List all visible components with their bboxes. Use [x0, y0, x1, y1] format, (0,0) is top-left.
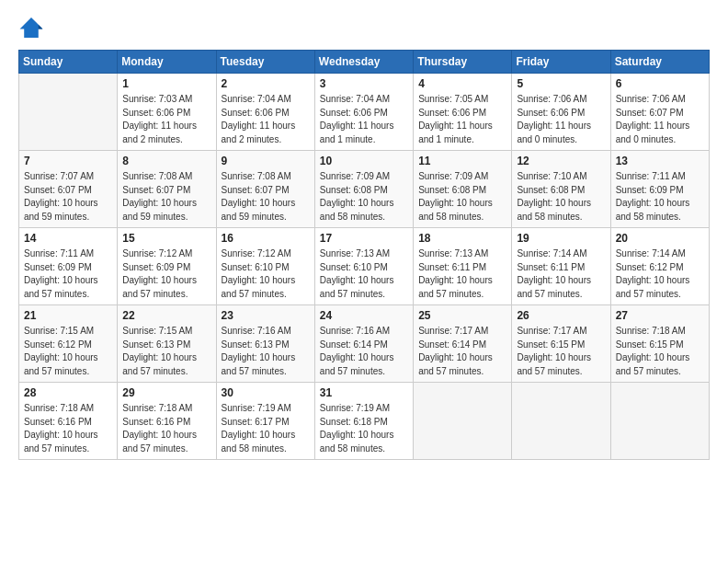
day-info: Sunrise: 7:05 AMSunset: 6:06 PMDaylight:…	[418, 93, 506, 146]
page: Sunday Monday Tuesday Wednesday Thursday…	[0, 0, 728, 563]
day-number: 23	[222, 309, 310, 322]
day-info: Sunrise: 7:11 AMSunset: 6:09 PMDaylight:…	[616, 170, 704, 224]
calendar-cell	[414, 383, 512, 460]
day-info: Sunrise: 7:09 AMSunset: 6:08 PMDaylight:…	[418, 170, 506, 224]
day-info: Sunrise: 7:12 AMSunset: 6:10 PMDaylight:…	[222, 247, 310, 301]
logo-icon	[18, 15, 44, 40]
day-info: Sunrise: 7:08 AMSunset: 6:07 PMDaylight:…	[122, 170, 210, 224]
calendar-cell: 22Sunrise: 7:15 AMSunset: 6:13 PMDayligh…	[118, 305, 216, 383]
calendar-cell: 7Sunrise: 7:07 AMSunset: 6:07 PMDaylight…	[19, 151, 118, 228]
calendar-week-4: 21Sunrise: 7:15 AMSunset: 6:12 PMDayligh…	[19, 305, 710, 383]
calendar-cell: 19Sunrise: 7:14 AMSunset: 6:11 PMDayligh…	[512, 228, 610, 305]
day-info: Sunrise: 7:16 AMSunset: 6:13 PMDaylight:…	[222, 325, 310, 378]
day-info: Sunrise: 7:09 AMSunset: 6:08 PMDaylight:…	[320, 170, 408, 224]
calendar-cell: 13Sunrise: 7:11 AMSunset: 6:09 PMDayligh…	[610, 151, 709, 228]
calendar-cell: 4Sunrise: 7:05 AMSunset: 6:06 PMDaylight…	[414, 74, 512, 151]
day-number: 2	[222, 77, 310, 90]
day-number: 29	[122, 386, 210, 399]
col-thursday: Thursday	[414, 51, 512, 74]
calendar-week-1: 1Sunrise: 7:03 AMSunset: 6:06 PMDaylight…	[19, 74, 710, 151]
day-number: 7	[24, 155, 112, 167]
calendar-cell: 2Sunrise: 7:04 AMSunset: 6:06 PMDaylight…	[216, 74, 314, 151]
day-number: 12	[517, 155, 605, 167]
day-info: Sunrise: 7:10 AMSunset: 6:08 PMDaylight:…	[517, 170, 605, 224]
day-number: 25	[418, 309, 506, 322]
day-info: Sunrise: 7:18 AMSunset: 6:16 PMDaylight:…	[24, 402, 112, 455]
day-info: Sunrise: 7:07 AMSunset: 6:07 PMDaylight:…	[24, 170, 112, 224]
col-saturday: Saturday	[610, 51, 709, 74]
header	[18, 15, 710, 40]
calendar-cell: 30Sunrise: 7:19 AMSunset: 6:17 PMDayligh…	[216, 383, 314, 460]
day-info: Sunrise: 7:17 AMSunset: 6:14 PMDaylight:…	[418, 325, 506, 378]
day-info: Sunrise: 7:06 AMSunset: 6:06 PMDaylight:…	[517, 93, 605, 146]
col-wednesday: Wednesday	[314, 51, 413, 74]
day-number: 21	[24, 309, 112, 322]
day-info: Sunrise: 7:04 AMSunset: 6:06 PMDaylight:…	[222, 93, 310, 146]
calendar-cell: 11Sunrise: 7:09 AMSunset: 6:08 PMDayligh…	[414, 151, 512, 228]
calendar-cell: 6Sunrise: 7:06 AMSunset: 6:07 PMDaylight…	[610, 74, 709, 151]
calendar-cell: 24Sunrise: 7:16 AMSunset: 6:14 PMDayligh…	[314, 305, 413, 383]
calendar-cell	[610, 383, 709, 460]
day-number: 11	[418, 155, 506, 167]
calendar-cell: 14Sunrise: 7:11 AMSunset: 6:09 PMDayligh…	[19, 228, 118, 305]
calendar-week-3: 14Sunrise: 7:11 AMSunset: 6:09 PMDayligh…	[19, 228, 710, 305]
calendar-cell	[19, 74, 118, 151]
calendar-cell: 16Sunrise: 7:12 AMSunset: 6:10 PMDayligh…	[216, 228, 314, 305]
day-number: 16	[222, 232, 310, 245]
calendar-cell: 1Sunrise: 7:03 AMSunset: 6:06 PMDaylight…	[118, 74, 216, 151]
calendar-cell: 26Sunrise: 7:17 AMSunset: 6:15 PMDayligh…	[512, 305, 610, 383]
day-info: Sunrise: 7:13 AMSunset: 6:10 PMDaylight:…	[320, 247, 408, 301]
day-info: Sunrise: 7:03 AMSunset: 6:06 PMDaylight:…	[122, 93, 210, 146]
day-info: Sunrise: 7:14 AMSunset: 6:11 PMDaylight:…	[517, 247, 605, 301]
day-number: 17	[320, 232, 408, 245]
calendar-cell: 9Sunrise: 7:08 AMSunset: 6:07 PMDaylight…	[216, 151, 314, 228]
day-number: 4	[418, 77, 506, 90]
calendar-cell: 27Sunrise: 7:18 AMSunset: 6:15 PMDayligh…	[610, 305, 709, 383]
day-info: Sunrise: 7:06 AMSunset: 6:07 PMDaylight:…	[616, 93, 704, 146]
day-info: Sunrise: 7:19 AMSunset: 6:17 PMDaylight:…	[222, 402, 310, 455]
day-info: Sunrise: 7:14 AMSunset: 6:12 PMDaylight:…	[616, 247, 704, 301]
calendar-cell: 18Sunrise: 7:13 AMSunset: 6:11 PMDayligh…	[414, 228, 512, 305]
day-number: 6	[616, 77, 704, 90]
calendar-week-5: 28Sunrise: 7:18 AMSunset: 6:16 PMDayligh…	[19, 383, 710, 460]
day-number: 13	[616, 155, 704, 167]
day-number: 1	[122, 77, 210, 90]
calendar-cell: 5Sunrise: 7:06 AMSunset: 6:06 PMDaylight…	[512, 74, 610, 151]
day-number: 14	[24, 232, 112, 245]
calendar-cell: 15Sunrise: 7:12 AMSunset: 6:09 PMDayligh…	[118, 228, 216, 305]
day-info: Sunrise: 7:08 AMSunset: 6:07 PMDaylight:…	[222, 170, 310, 224]
col-sunday: Sunday	[19, 51, 118, 74]
calendar-cell: 23Sunrise: 7:16 AMSunset: 6:13 PMDayligh…	[216, 305, 314, 383]
calendar-cell: 20Sunrise: 7:14 AMSunset: 6:12 PMDayligh…	[610, 228, 709, 305]
calendar-cell: 21Sunrise: 7:15 AMSunset: 6:12 PMDayligh…	[19, 305, 118, 383]
col-friday: Friday	[512, 51, 610, 74]
day-number: 20	[616, 232, 704, 245]
calendar-cell	[512, 383, 610, 460]
calendar-cell: 31Sunrise: 7:19 AMSunset: 6:18 PMDayligh…	[314, 383, 413, 460]
day-info: Sunrise: 7:18 AMSunset: 6:16 PMDaylight:…	[122, 402, 210, 455]
day-number: 5	[517, 77, 605, 90]
calendar-week-2: 7Sunrise: 7:07 AMSunset: 6:07 PMDaylight…	[19, 151, 710, 228]
day-info: Sunrise: 7:04 AMSunset: 6:06 PMDaylight:…	[320, 93, 408, 146]
day-number: 9	[222, 155, 310, 167]
calendar-cell: 17Sunrise: 7:13 AMSunset: 6:10 PMDayligh…	[314, 228, 413, 305]
calendar-cell: 28Sunrise: 7:18 AMSunset: 6:16 PMDayligh…	[19, 383, 118, 460]
day-number: 28	[24, 386, 112, 399]
calendar-cell: 8Sunrise: 7:08 AMSunset: 6:07 PMDaylight…	[118, 151, 216, 228]
logo	[18, 15, 48, 40]
day-number: 19	[517, 232, 605, 245]
calendar-cell: 12Sunrise: 7:10 AMSunset: 6:08 PMDayligh…	[512, 151, 610, 228]
day-number: 10	[320, 155, 408, 167]
day-info: Sunrise: 7:11 AMSunset: 6:09 PMDaylight:…	[24, 247, 112, 301]
day-number: 27	[616, 309, 704, 322]
calendar-cell: 25Sunrise: 7:17 AMSunset: 6:14 PMDayligh…	[414, 305, 512, 383]
day-number: 26	[517, 309, 605, 322]
calendar-cell: 3Sunrise: 7:04 AMSunset: 6:06 PMDaylight…	[314, 74, 413, 151]
calendar-cell: 29Sunrise: 7:18 AMSunset: 6:16 PMDayligh…	[118, 383, 216, 460]
day-info: Sunrise: 7:17 AMSunset: 6:15 PMDaylight:…	[517, 325, 605, 378]
col-tuesday: Tuesday	[216, 51, 314, 74]
day-info: Sunrise: 7:12 AMSunset: 6:09 PMDaylight:…	[122, 247, 210, 301]
calendar: Sunday Monday Tuesday Wednesday Thursday…	[18, 50, 710, 460]
calendar-header-row: Sunday Monday Tuesday Wednesday Thursday…	[19, 51, 710, 74]
calendar-cell: 10Sunrise: 7:09 AMSunset: 6:08 PMDayligh…	[314, 151, 413, 228]
